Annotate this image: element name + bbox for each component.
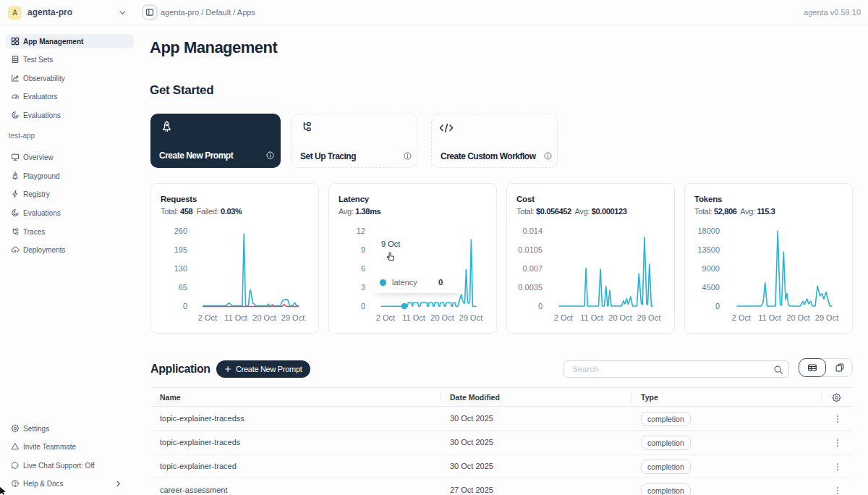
svg-text:20 Oct: 20 Oct xyxy=(608,313,631,322)
svg-text:195: 195 xyxy=(174,245,187,254)
svg-text:13500: 13500 xyxy=(697,245,720,254)
svg-text:11 Oct: 11 Oct xyxy=(580,313,603,322)
svg-text:0: 0 xyxy=(538,302,542,310)
svg-text:20 Oct: 20 Oct xyxy=(252,313,276,322)
svg-text:29 Oct: 29 Oct xyxy=(281,313,305,322)
svg-text:0.0105: 0.0105 xyxy=(518,245,542,254)
svg-text:0.007: 0.007 xyxy=(522,264,542,273)
svg-text:130: 130 xyxy=(174,264,187,273)
svg-text:2 Oct: 2 Oct xyxy=(554,313,573,322)
svg-text:11 Oct: 11 Oct xyxy=(224,313,247,322)
svg-text:2 Oct: 2 Oct xyxy=(732,313,751,322)
svg-text:11 Oct: 11 Oct xyxy=(402,313,425,322)
svg-text:0.014: 0.014 xyxy=(522,227,542,235)
svg-text:18000: 18000 xyxy=(697,227,720,235)
svg-text:0.0035: 0.0035 xyxy=(518,283,542,292)
svg-text:29 Oct: 29 Oct xyxy=(815,313,838,322)
svg-text:3: 3 xyxy=(361,283,365,292)
svg-text:9: 9 xyxy=(361,245,365,254)
svg-text:0: 0 xyxy=(361,302,365,310)
svg-text:29 Oct: 29 Oct xyxy=(459,313,482,322)
svg-text:9000: 9000 xyxy=(702,264,720,273)
svg-text:2 Oct: 2 Oct xyxy=(198,313,217,322)
svg-text:4500: 4500 xyxy=(702,283,720,292)
svg-text:20 Oct: 20 Oct xyxy=(786,313,809,322)
svg-text:12: 12 xyxy=(357,227,365,235)
svg-text:65: 65 xyxy=(179,283,187,292)
svg-text:6: 6 xyxy=(361,264,365,273)
svg-text:0: 0 xyxy=(715,302,720,310)
svg-text:11 Oct: 11 Oct xyxy=(758,313,781,322)
svg-text:0: 0 xyxy=(183,302,187,310)
svg-text:260: 260 xyxy=(174,227,187,235)
svg-text:20 Oct: 20 Oct xyxy=(430,313,454,322)
svg-text:29 Oct: 29 Oct xyxy=(637,313,660,322)
svg-text:2 Oct: 2 Oct xyxy=(376,313,395,322)
